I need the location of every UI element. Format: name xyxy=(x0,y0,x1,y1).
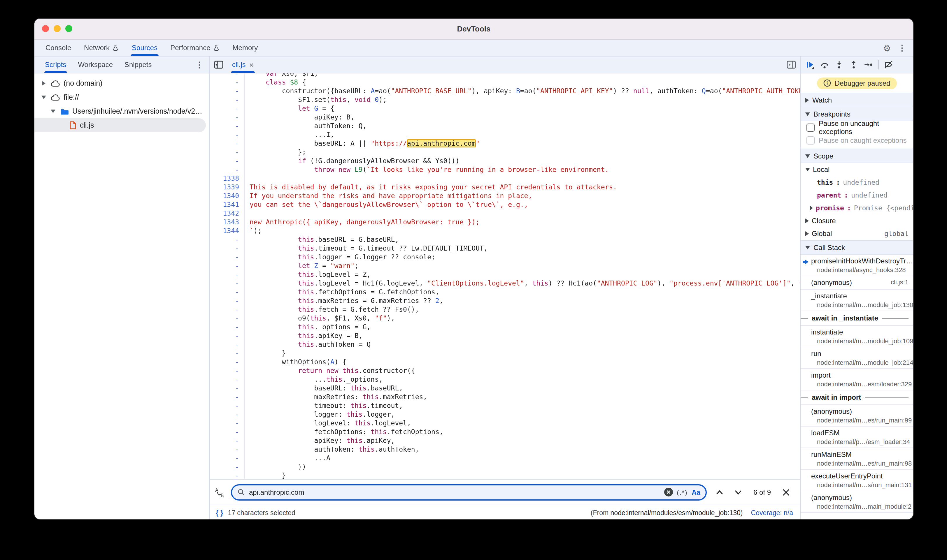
code-line[interactable]: -this.apiKey = B, xyxy=(210,332,800,340)
line-gutter[interactable]: 1339 xyxy=(210,183,245,192)
code-line[interactable]: -this.authToken = Q xyxy=(210,340,800,349)
line-gutter[interactable]: - xyxy=(210,358,245,366)
line-gutter[interactable]: - xyxy=(210,410,245,419)
code-line[interactable]: -class $8 { xyxy=(210,78,800,87)
scope-closure[interactable]: Closure xyxy=(800,214,913,227)
line-gutter[interactable]: - xyxy=(210,471,245,479)
line-gutter[interactable]: 1341 xyxy=(210,200,245,209)
code-line[interactable]: -baseURL: A || "https://api.anthropic.co… xyxy=(210,139,800,148)
line-gutter[interactable]: - xyxy=(210,95,245,104)
pretty-print-icon[interactable]: { } xyxy=(216,509,223,517)
line-gutter[interactable]: 1344 xyxy=(210,227,245,235)
call-stack-frame-run[interactable]: runnode:internal/m…module_job:214 xyxy=(800,347,913,369)
line-gutter[interactable]: - xyxy=(210,384,245,393)
code-line[interactable]: -throw new L9(`It looks like you're runn… xyxy=(210,166,800,174)
scope-entry-this[interactable]: this: undefined xyxy=(800,176,913,189)
section-call-stack[interactable]: Call Stack xyxy=(800,240,913,255)
code-line[interactable]: 1341you can set the \`dangerouslyAllowBr… xyxy=(210,200,800,209)
call-stack-frame-runmainesm[interactable]: runMainESMnode:internal/m…es/run_main:98 xyxy=(800,448,913,470)
code-line[interactable]: -this.logLevel = Z, xyxy=(210,271,800,279)
line-gutter[interactable]: - xyxy=(210,445,245,454)
call-stack-frame-instantiate[interactable]: instantiatenode:internal/m…module_job:10… xyxy=(800,326,913,347)
code-line[interactable]: 1338 xyxy=(210,174,800,183)
search-input[interactable]: api.anthropic.com (.*) Aa xyxy=(231,484,707,500)
code-line[interactable]: -timeout: this.timeout, xyxy=(210,402,800,410)
line-gutter[interactable]: - xyxy=(210,131,245,139)
line-gutter[interactable]: - xyxy=(210,288,245,297)
code-line[interactable]: -} xyxy=(210,471,800,479)
tab-cli-js[interactable]: cli.js × xyxy=(227,57,258,73)
code-line[interactable]: 1340If you understand the risks and have… xyxy=(210,192,800,200)
line-gutter[interactable]: - xyxy=(210,402,245,410)
code-line[interactable]: -this.fetchOptions = G.fetchOptions, xyxy=(210,288,800,297)
step-icon[interactable] xyxy=(864,60,873,69)
section-watch[interactable]: Watch xyxy=(800,93,913,107)
tree-item-users-jinhuilee-nvm-versions-node-v2-[interactable]: Users/jinhuilee/.nvm/versions/node/v2… xyxy=(34,104,206,118)
tab-network[interactable]: Network xyxy=(77,40,125,56)
source-origin-link[interactable]: node:internal/modules/esm/module_job:130 xyxy=(611,509,740,516)
call-stack-frame--anonymous-[interactable]: (anonymous)node:internal/m…main_module:2 xyxy=(800,491,913,513)
resume-script-icon[interactable] xyxy=(805,60,814,69)
code-line[interactable]: -...A xyxy=(210,454,800,463)
tab-memory[interactable]: Memory xyxy=(226,40,264,56)
code-line[interactable]: -constructor({baseURL: A=ao("ANTHROPIC_B… xyxy=(210,87,800,95)
call-stack-frame-promiseinithookwithdestroytr-[interactable]: promiseInitHookWithDestroyTr…node:intern… xyxy=(800,255,913,276)
line-gutter[interactable]: - xyxy=(210,113,245,122)
coverage-link[interactable]: Coverage: n/a xyxy=(751,509,793,516)
scope-global[interactable]: Global global xyxy=(800,227,913,240)
code-editor[interactable]: -var Xs0, $F1;-class $8 {-constructor({b… xyxy=(210,74,800,479)
line-gutter[interactable]: - xyxy=(210,463,245,471)
line-gutter[interactable]: - xyxy=(210,332,245,340)
sidebar-tab-workspace[interactable]: Workspace xyxy=(72,57,119,73)
code-line[interactable]: -this.maxRetries = G.maxRetries ?? 2, xyxy=(210,297,800,305)
line-gutter[interactable]: - xyxy=(210,393,245,402)
step-over-icon[interactable] xyxy=(820,60,829,69)
code-line[interactable]: -return new this.constructor({ xyxy=(210,366,800,375)
line-gutter[interactable]: - xyxy=(210,166,245,174)
call-stack-frame-loadesm[interactable]: loadESMnode:internal/p…/esm_loader:34 xyxy=(800,426,913,448)
section-breakpoints[interactable]: Breakpoints xyxy=(800,107,913,121)
scope-entry-parent[interactable]: parent: undefined xyxy=(800,189,913,202)
line-gutter[interactable]: - xyxy=(210,148,245,157)
step-out-icon[interactable] xyxy=(849,60,858,69)
call-stack-frame-executeuserentrypoint[interactable]: executeUserEntryPointnode:internal/m…s/r… xyxy=(800,470,913,491)
code-line[interactable]: -if (!G.dangerouslyAllowBrowser && Ys0()… xyxy=(210,157,800,166)
close-find-bar-icon[interactable] xyxy=(782,489,790,495)
code-line[interactable]: -var Xs0, $F1; xyxy=(210,74,800,78)
code-line[interactable]: 1339This is disabled by default, as it r… xyxy=(210,183,800,192)
code-line[interactable]: 1342 xyxy=(210,209,800,218)
code-line[interactable]: -this._options = G, xyxy=(210,323,800,332)
line-gutter[interactable]: - xyxy=(210,244,245,253)
collapse-sidebar-icon[interactable] xyxy=(210,57,227,73)
line-gutter[interactable]: 1338 xyxy=(210,174,245,183)
line-gutter[interactable]: - xyxy=(210,279,245,288)
line-gutter[interactable]: - xyxy=(210,314,245,323)
checkbox[interactable] xyxy=(807,123,814,132)
line-gutter[interactable]: - xyxy=(210,74,245,78)
line-gutter[interactable]: - xyxy=(210,437,245,445)
code-line[interactable]: -}; xyxy=(210,148,800,157)
line-gutter[interactable]: - xyxy=(210,87,245,95)
code-line[interactable]: -this.timeout = G.timeout ?? Lw.DEFAULT_… xyxy=(210,244,800,253)
close-window-button[interactable] xyxy=(42,25,49,32)
line-gutter[interactable]: - xyxy=(210,104,245,113)
scope-entry-promise[interactable]: promise: Promise {<pending>} xyxy=(800,202,913,214)
section-scope[interactable]: Scope xyxy=(800,149,913,163)
call-stack-frame--instantiate[interactable]: _instantiatenode:internal/m…module_job:1… xyxy=(800,289,913,311)
more-options-icon[interactable]: ⋮ xyxy=(898,43,906,52)
code-line[interactable]: -maxRetries: this.maxRetries, xyxy=(210,393,800,402)
tab-sources[interactable]: Sources xyxy=(125,40,164,56)
search-value[interactable]: api.anthropic.com xyxy=(249,488,660,496)
settings-gear-icon[interactable]: ⚙ xyxy=(883,43,891,52)
line-gutter[interactable]: - xyxy=(210,271,245,279)
code-line[interactable]: -...I, xyxy=(210,131,800,139)
code-line[interactable]: -o9(this, $F1, Xs0, "f"), xyxy=(210,314,800,323)
code-line[interactable]: -apiKey: B, xyxy=(210,113,800,122)
code-line[interactable]: -authToken: Q, xyxy=(210,122,800,131)
breakpoint-option-pause-on-caught-exceptions[interactable]: Pause on caught exceptions xyxy=(800,134,913,147)
code-line[interactable]: -$F1.set(this, void 0); xyxy=(210,95,800,104)
line-gutter[interactable]: 1340 xyxy=(210,192,245,200)
code-line[interactable]: -this.logLevel = Hc1(G.logLevel, "Client… xyxy=(210,279,800,288)
deactivate-breakpoints-icon[interactable] xyxy=(884,60,893,69)
code-line[interactable]: -fetchOptions: this.fetchOptions, xyxy=(210,428,800,437)
